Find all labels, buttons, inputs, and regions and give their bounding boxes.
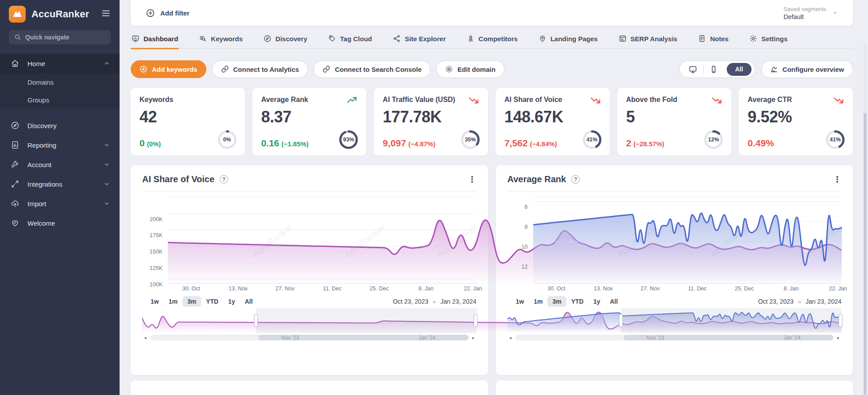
range-button-ytd[interactable]: YTD [566, 296, 589, 307]
cloud-upload-icon [11, 199, 19, 208]
connect-search-console-button[interactable]: Connect to Search Console [314, 60, 430, 78]
brush-handle-left[interactable] [619, 314, 623, 327]
caret-down-icon [833, 10, 838, 16]
edit-domain-button[interactable]: Edit domain [436, 60, 504, 78]
range-button-1w[interactable]: 1w [511, 296, 529, 307]
sidebar-item-home[interactable]: Home [0, 54, 120, 73]
quick-navigate-input[interactable]: Quick navigate [9, 30, 111, 44]
y-tick-label: 6 [525, 204, 528, 210]
brush-handle-left[interactable] [254, 314, 258, 327]
page-scrollbar[interactable] [864, 42, 867, 395]
all-devices-toggle-button[interactable]: All [727, 63, 752, 76]
y-tick-label: 12 [522, 264, 528, 270]
kpi-card-average-ctr[interactable]: Average CTR 9.52% 0.49% 41% [739, 88, 853, 156]
chart-scrollbar[interactable]: ◂ Nov '23Jan '24 ▸ [508, 334, 842, 341]
tab-serp-analysis[interactable]: SERP Analysis [618, 34, 678, 48]
add-filter-button[interactable]: Add filter [146, 8, 190, 18]
kpi-card-average-rank[interactable]: Average Rank 8.37 0.16(−1.85%) 93% [252, 88, 367, 156]
range-button-3m[interactable]: 3m [182, 296, 201, 307]
link-icon [322, 65, 330, 73]
scroll-right-icon[interactable]: ▸ [470, 334, 477, 341]
chevron-down-icon [104, 142, 110, 148]
kpi-card-keywords[interactable]: Keywords 42 0(0%) 0% [131, 88, 245, 156]
chart-brush[interactable] [508, 309, 842, 332]
sidebar-item-discovery[interactable]: Discovery [0, 116, 120, 135]
scrollbar-thumb[interactable] [624, 335, 833, 340]
range-button-1m[interactable]: 1m [529, 296, 547, 307]
configure-overview-button[interactable]: Configure overview [761, 60, 853, 78]
connect-analytics-button[interactable]: Connect to Analytics [212, 60, 308, 78]
gear-icon [445, 65, 453, 73]
home-icon [11, 59, 19, 68]
desktop-toggle-button[interactable] [683, 65, 703, 74]
chart-card-average-rank: Average Rank ? ⋮ 681012 AccuRankerAccuRa… [496, 165, 853, 375]
scroll-left-icon[interactable]: ◂ [508, 334, 514, 341]
kpi-title: Average CTR [748, 96, 792, 104]
tab-keywords[interactable]: Keywords [198, 34, 244, 48]
kpi-change: 7,562(−4.84%) [504, 138, 557, 149]
sidebar: AccuRanker Quick navigate Home DomainsGr… [0, 0, 120, 395]
kebab-menu-icon[interactable]: ⋮ [833, 175, 841, 184]
sidebar-item-integrations[interactable]: Integrations [0, 174, 120, 194]
saved-segments-dropdown[interactable]: Saved segments Default [783, 6, 838, 20]
kpi-card-ai-traffic-value-usd-[interactable]: AI Traffic Value (USD) 177.78K 9,097(−4.… [374, 88, 488, 156]
help-icon[interactable]: ? [571, 175, 580, 184]
chart-scrollbar[interactable]: ◂ Nov '23Jan '24 ▸ [142, 334, 477, 341]
plus-circle-icon [146, 8, 155, 18]
brush-selection[interactable] [256, 308, 477, 333]
x-axis-labels: 30. Oct13. Nov27. Nov11. Dec25. Dec8. Ja… [533, 285, 842, 294]
x-tick-label: 13. Nov [594, 285, 613, 292]
chart-brush[interactable] [142, 309, 477, 332]
x-axis-labels: 30. Oct13. Nov27. Nov11. Dec25. Dec8. Ja… [168, 285, 477, 294]
help-icon[interactable]: ? [220, 175, 228, 184]
trend-down-icon [469, 96, 479, 105]
brush-handle-right[interactable] [473, 314, 477, 327]
chart-plot[interactable]: AccuRankerAccuRankerAccuRanker [168, 197, 477, 284]
range-button-1m[interactable]: 1m [164, 296, 182, 307]
sidebar-item-account[interactable]: Account [0, 155, 120, 174]
page-scrollbar-thumb[interactable] [864, 113, 867, 395]
kpi-change: 0.49% [748, 138, 776, 149]
kebab-menu-icon[interactable]: ⋮ [468, 175, 477, 184]
brush-selection[interactable] [621, 308, 841, 333]
sidebar-item-welcome[interactable]: Welcome [0, 213, 120, 233]
heart-icon [11, 219, 19, 227]
tab-tag-cloud[interactable]: Tag Cloud [327, 34, 373, 48]
chart-plot[interactable]: AccuRankerAccuRankerAccuRanker [533, 197, 842, 284]
sidebar-item-import[interactable]: Import [0, 194, 120, 213]
sidebar-subitem-domains[interactable]: Domains [0, 73, 120, 91]
range-button-1y[interactable]: 1y [589, 296, 605, 307]
hamburger-menu-icon[interactable] [101, 8, 111, 20]
tab-notes[interactable]: Notes [697, 34, 729, 48]
date-range[interactable]: Oct 23, 2023 » Jan 23, 2024 [758, 298, 841, 305]
kpi-donut: 93% [338, 129, 359, 150]
range-button-1y[interactable]: 1y [223, 296, 240, 307]
range-button-all[interactable]: All [240, 296, 258, 307]
scroll-left-icon[interactable]: ◂ [142, 334, 148, 341]
kpi-row: Keywords 42 0(0%) 0% Average Rank 8.37 0… [131, 88, 853, 156]
kpi-card-ai-share-of-voice[interactable]: AI Share of Voice 148.67K 7,562(−4.84%) … [496, 88, 610, 156]
tab-discovery[interactable]: Discovery [263, 34, 308, 48]
kpi-donut: 0% [217, 129, 238, 150]
tab-competitors[interactable]: Competitors [466, 34, 519, 48]
scroll-right-icon[interactable]: ▸ [835, 334, 841, 341]
add-keywords-button[interactable]: Add keywords [131, 60, 206, 78]
tab-settings[interactable]: Settings [748, 34, 788, 48]
scrollbar-thumb[interactable] [258, 335, 468, 340]
range-button-ytd[interactable]: YTD [201, 296, 223, 307]
tab-dashboard[interactable]: Dashboard [131, 34, 179, 48]
range-button-1w[interactable]: 1w [146, 296, 164, 307]
kpi-value: 42 [140, 108, 236, 126]
sidebar-item-reporting[interactable]: Reporting [0, 135, 120, 155]
kpi-card-above-the-fold[interactable]: Above the Fold 5 2(−28.57%) 12% [617, 88, 732, 156]
tab-landing-pages[interactable]: Landing Pages [538, 34, 599, 48]
kpi-value: 5 [626, 108, 723, 126]
range-button-3m[interactable]: 3m [547, 296, 566, 307]
trend-down-icon [833, 96, 844, 105]
tab-site-explorer[interactable]: Site Explorer [392, 34, 447, 48]
sidebar-subitem-groups[interactable]: Groups [0, 91, 120, 109]
range-button-all[interactable]: All [605, 296, 623, 307]
mobile-toggle-button[interactable] [704, 65, 724, 74]
brush-handle-right[interactable] [839, 314, 843, 327]
date-range[interactable]: Oct 23, 2023 » Jan 23, 2024 [393, 298, 476, 305]
